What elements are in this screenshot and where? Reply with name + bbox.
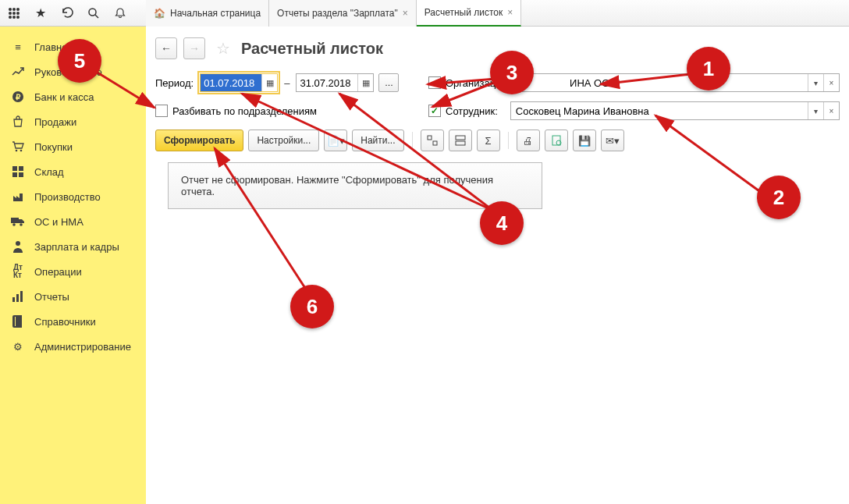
nav-back-button[interactable]: ← [155,37,177,59]
collapse-button[interactable] [449,130,472,151]
generate-button[interactable]: Сформировать [155,130,243,151]
org-checkbox[interactable] [428,76,441,89]
svg-rect-17 [12,172,17,177]
dropdown-icon[interactable]: ▾ [808,74,823,91]
org-input[interactable] [523,74,808,91]
date-to-input[interactable] [297,74,357,91]
bag-icon [11,115,25,129]
sidebar-item-warehouse[interactable]: Склад [0,159,146,184]
ruble-icon: ₽ [11,90,25,104]
top-toolbar: ★ 🏠 Начальная страница Отчеты раздела "З… [0,0,849,27]
print-button[interactable]: 🖨 [517,130,540,151]
period-picker-button[interactable]: … [378,73,399,92]
svg-point-6 [9,16,12,19]
report-placeholder: Отчет не сформирован. Нажмите "Сформиров… [168,162,542,209]
clear-icon[interactable]: × [823,102,839,119]
sidebar-item-salary[interactable]: Зарплата и кадры [0,234,146,259]
apps-icon[interactable] [6,5,22,21]
svg-point-13 [16,150,18,152]
svg-point-0 [9,8,12,11]
cart-icon [11,140,25,154]
tab-payslip-label: Расчетный листок [424,7,503,18]
tab-home[interactable]: 🏠 Начальная страница [146,0,269,27]
close-icon[interactable]: × [507,7,513,18]
find-button[interactable]: Найти... [352,130,403,151]
filter-row-2: Разбивать по подразделениям Сотрудник: ▾… [155,101,840,120]
svg-point-3 [9,12,12,15]
email-button[interactable]: ✉▾ [601,130,624,151]
employee-label: Сотрудник: [446,105,498,117]
annotation-marker-3: 3 [490,51,534,94]
svg-point-19 [12,223,16,226]
date-from-input[interactable] [201,74,261,91]
svg-point-4 [12,12,16,15]
tab-reports[interactable]: Отчеты раздела "Зарплата" × [269,0,417,27]
truck-icon [11,215,25,229]
sidebar-item-bank[interactable]: ₽Банк и касса [0,84,146,109]
history-icon[interactable] [59,5,75,21]
split-checkbox[interactable] [155,105,168,117]
svg-rect-27 [433,141,437,145]
annotation-marker-2: 2 [757,176,801,219]
top-icon-group: ★ [0,5,146,21]
favorite-icon[interactable]: ☆ [216,39,230,58]
org-field[interactable]: ▾ × [522,73,840,92]
settings-button[interactable]: Настройки... [248,130,319,151]
svg-rect-26 [428,136,432,140]
svg-point-2 [16,8,20,11]
svg-point-5 [16,12,20,15]
employee-field[interactable]: ▾ × [510,101,840,120]
search-icon[interactable] [86,5,101,21]
svg-line-10 [95,15,98,18]
star-icon[interactable]: ★ [33,5,48,21]
bell-icon[interactable] [112,5,128,21]
gear-icon: ⚙ [11,339,25,353]
annotation-marker-1: 1 [687,47,730,91]
variant-button[interactable]: 📄▾ [324,130,347,151]
svg-point-20 [20,223,23,226]
svg-rect-22 [12,297,15,302]
sidebar-item-reports[interactable]: Отчеты [0,284,146,309]
dropdown-icon[interactable]: ▾ [808,102,823,119]
person-icon [11,240,25,254]
factory-icon [11,190,25,204]
svg-rect-18 [19,172,23,177]
book-icon [11,314,25,328]
page-title: Расчетный листок [241,40,383,58]
sidebar-item-operations[interactable]: ДтКтОперации [0,259,146,284]
employee-input[interactable] [511,102,808,119]
close-icon[interactable]: × [403,8,408,19]
svg-rect-25 [15,317,16,326]
tab-home-label: Начальная страница [170,8,261,19]
home-icon: 🏠 [154,8,165,19]
save-button[interactable]: 💾 [573,130,596,151]
menu-icon: ≡ [11,40,25,54]
sidebar-item-admin[interactable]: ⚙Администрирование [0,334,146,359]
preview-button[interactable] [545,130,568,151]
sidebar-item-purchases[interactable]: Покупки [0,134,146,159]
svg-rect-28 [456,136,465,140]
svg-rect-23 [16,294,19,302]
tab-payslip[interactable]: Расчетный листок × [417,0,521,27]
sidebar-item-production[interactable]: Производство [0,184,146,209]
calendar-icon[interactable]: ▦ [261,74,277,91]
command-toolbar: Сформировать Настройки... 📄▾ Найти... Σ … [155,130,840,151]
sum-button[interactable]: Σ [477,130,500,151]
svg-rect-29 [456,141,465,145]
date-to-field[interactable]: ▦ [296,73,374,92]
clear-icon[interactable]: × [823,74,839,91]
calendar-icon[interactable]: ▦ [357,74,373,91]
bar-chart-icon [11,289,25,303]
annotation-marker-6: 6 [290,285,334,328]
nav-forward-button[interactable]: → [183,37,205,59]
svg-rect-24 [20,291,23,302]
expand-groups-button[interactable] [421,130,444,151]
date-from-field[interactable]: ▦ [200,73,278,92]
sidebar: ≡Главное Руководителю ₽Банк и касса Прод… [0,27,146,504]
sidebar-item-sales[interactable]: Продажи [0,109,146,134]
svg-point-14 [20,150,23,152]
annotation-marker-5: 5 [58,39,101,83]
sidebar-item-catalogs[interactable]: Справочники [0,309,146,334]
employee-checkbox[interactable] [428,105,441,117]
sidebar-item-assets[interactable]: ОС и НМА [0,209,146,234]
